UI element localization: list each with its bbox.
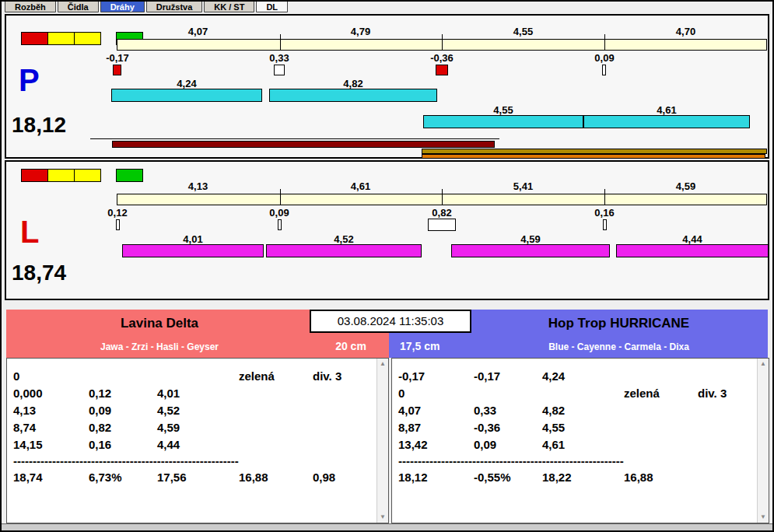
results-cell: 4,44: [157, 436, 239, 453]
tab-druzstva[interactable]: Družstva: [146, 0, 202, 12]
strip-cell-red: [21, 169, 48, 182]
bar-time-label: 4,59: [451, 233, 610, 245]
jump-height-right: 17,5 cm: [400, 340, 440, 352]
results-content: 0zelenádiv. 3 0,0000,124,01 4,130,094,52…: [7, 359, 376, 523]
division-cell: div. 3: [313, 368, 376, 385]
results-cell: [698, 368, 756, 385]
summary-row: 18,746,73%17,5616,880,98: [13, 469, 376, 486]
tab-dl[interactable]: DL: [256, 0, 288, 12]
results-cell: [542, 385, 624, 402]
results-table-left: 0zelenádiv. 3 0,0000,124,01 4,130,094,52…: [6, 358, 389, 523]
split-bar: [122, 244, 264, 257]
summary-row: 18,12-0,55%18,2216,88: [398, 469, 756, 486]
bar-time-label: 4,52: [266, 233, 422, 245]
bar-time-label: 4,61: [583, 104, 750, 116]
split-bar: [266, 244, 422, 257]
tab-drahy[interactable]: Dráhy: [100, 0, 145, 12]
offset-label: -0,17: [106, 52, 129, 64]
results-cell: [313, 436, 376, 453]
lane-panel-p: 4,07 4,79 4,55 4,70 -0,17 0,33 -0,36 0,0…: [5, 14, 769, 159]
scroll-up-icon[interactable]: ▲: [377, 359, 388, 369]
results-cell: [157, 368, 239, 385]
summary-cell: 18,22: [542, 469, 624, 486]
summary-cell: 6,73%: [89, 469, 157, 486]
scroll-down-icon[interactable]: ▼: [377, 512, 388, 523]
results-cell: -0,17: [474, 368, 542, 385]
lane-letter-p: P: [19, 65, 40, 96]
split-bar: [583, 115, 750, 128]
bar-time-label: 4,44: [616, 233, 769, 245]
scale-bar: [117, 39, 767, 51]
results-content: -0,17-0,174,24 0zelenádiv. 3 4,070,334,8…: [392, 359, 756, 523]
scale-tick: [280, 34, 281, 51]
offset-label: 0,16: [594, 207, 614, 219]
results-row: 0,0000,124,01: [13, 385, 376, 402]
results-cell: [698, 402, 756, 419]
progress-bar-maroon: [112, 141, 495, 148]
team-name-right: Hop Trop HURRICANE: [470, 316, 768, 331]
team-name-left: Lavina Delta: [6, 316, 313, 331]
scale-tick: [604, 34, 605, 51]
strip-cell-yellow: [47, 32, 75, 45]
split-bar: [111, 89, 262, 102]
segment-time-label: 4,59: [604, 180, 767, 192]
offset-marker: [603, 219, 607, 230]
results-cell: 0: [398, 385, 474, 402]
offset-marker: [113, 65, 121, 75]
results-row: 0zelenádiv. 3: [398, 385, 756, 402]
results-cell: [239, 385, 313, 402]
divider-line: [90, 138, 499, 139]
results-row: 0zelenádiv. 3: [13, 368, 376, 385]
summary-cell: [698, 469, 756, 486]
strip-cell-yellow: [47, 169, 75, 182]
segment-time-label: 4,79: [279, 26, 442, 37]
results-cell: 0,09: [474, 436, 542, 453]
strip-cell-yellow: [74, 169, 101, 182]
results-row: -0,17-0,174,24: [398, 368, 756, 385]
results-cell: [698, 419, 756, 436]
tab-rozbeh[interactable]: Rozběh: [5, 0, 56, 12]
scrollbar[interactable]: ▲ ▼: [376, 359, 388, 523]
scroll-up-icon[interactable]: ▲: [758, 359, 769, 369]
tab-kk-st[interactable]: KK / ST: [204, 0, 254, 12]
results-cell: 13,42: [398, 436, 474, 453]
split-bar: [451, 244, 610, 257]
results-cell: 8,87: [398, 419, 474, 436]
results-cell: [624, 419, 698, 436]
results-cell: -0,17: [398, 368, 474, 385]
lane-letter-l: L: [20, 216, 39, 247]
results-row: 14,150,164,44: [13, 436, 376, 453]
summary-cell: 16,88: [239, 469, 313, 486]
offset-marker: [278, 219, 282, 230]
results-cell: 4,55: [542, 419, 624, 436]
separator-row: ----------------------------------------…: [13, 453, 239, 469]
results-cell: [624, 402, 698, 419]
results-row: 8,87-0,364,55: [398, 419, 756, 436]
segment-time-label: 4,61: [279, 180, 442, 192]
results-cell: 4,59: [157, 419, 239, 436]
offset-marker: [428, 219, 456, 231]
results-cell: 4,07: [398, 402, 474, 419]
results-cell: 8,74: [13, 419, 89, 436]
lane-panel-l: 4,13 4,61 5,41 4,59 0,12 0,09 0,82 0,16 …: [5, 160, 769, 300]
bar-time-label: 4,01: [122, 233, 264, 245]
tab-bar: Rozběh Čidla Dráhy Družstva KK / ST DL: [5, 0, 289, 12]
status-bar: [2, 523, 772, 530]
summary-cell: 0,98: [313, 469, 376, 486]
scroll-down-icon[interactable]: ▼: [758, 512, 769, 523]
split-bar: [616, 244, 769, 257]
results-row: 4,130,094,52: [13, 402, 376, 419]
tab-cidla[interactable]: Čidla: [58, 0, 99, 12]
scale-tick: [442, 34, 443, 51]
results-cell: 0,12: [89, 385, 157, 402]
team-dogs-right: Blue - Cayenne - Carmela - Dixa: [470, 341, 768, 352]
results-cell: [89, 368, 157, 385]
datetime-display: 03.08.2024 11:35:03: [310, 310, 471, 333]
scale-tick: [604, 189, 605, 205]
results-cell: 4,82: [542, 402, 624, 419]
summary-cell: 17,56: [157, 469, 239, 486]
results-cell: 0,09: [89, 402, 157, 419]
scrollbar[interactable]: ▲ ▼: [757, 359, 769, 523]
results-row: 13,420,094,61: [398, 436, 756, 453]
results-cell: [313, 385, 376, 402]
